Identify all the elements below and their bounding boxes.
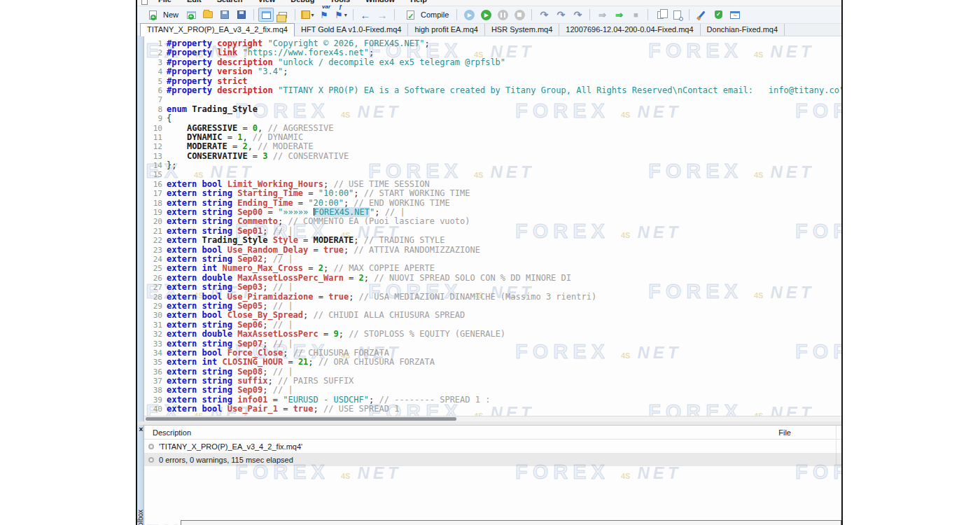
menu-item-search[interactable]: Search bbox=[217, 0, 243, 4]
code-line-33: 33extern string Sep07; // | bbox=[144, 340, 841, 349]
code-line-32: 32extern double MaxAssetLossPerc = 9; //… bbox=[144, 330, 841, 339]
save-icon[interactable] bbox=[217, 8, 232, 22]
horizontal-scrollbar[interactable] bbox=[144, 416, 841, 421]
navigate-back-icon[interactable]: ← bbox=[358, 8, 373, 22]
code-line-35: 35extern int CLOSING_HOUR = 21; // ORA C… bbox=[144, 358, 841, 367]
file-tab-5[interactable]: Donchian-Fixed.mq4 bbox=[701, 24, 785, 36]
insert-var-flag-icon[interactable]: var⚑ bbox=[316, 8, 332, 22]
line-number: 35 bbox=[144, 358, 167, 367]
line-number: 6 bbox=[144, 86, 167, 95]
line-number: 21 bbox=[144, 227, 167, 236]
code-line-8: 8enum Trading_Style bbox=[144, 105, 841, 114]
file-column-header[interactable]: File bbox=[778, 428, 791, 437]
snippets-book-icon[interactable]: ▾ bbox=[300, 8, 315, 22]
compile-button[interactable]: ✓ Compile bbox=[399, 6, 452, 23]
toolbar-separator bbox=[589, 9, 590, 20]
code-line-3: 3#property description "unlock / decompi… bbox=[144, 58, 841, 67]
start-profiling-icon[interactable]: ▶ bbox=[461, 8, 477, 22]
start-debug-icon[interactable]: ▶ bbox=[478, 8, 493, 22]
styler-brush-icon[interactable] bbox=[694, 8, 709, 22]
new-project-icon[interactable]: + bbox=[183, 8, 199, 22]
toolbar-separator bbox=[648, 9, 648, 20]
line-number: 28 bbox=[144, 293, 167, 302]
toolbar-separator bbox=[456, 9, 457, 20]
description-column-header[interactable]: Description bbox=[153, 428, 191, 437]
code-line-22: 22extern Trading_Style Style = MODERATE;… bbox=[144, 236, 841, 245]
menu-item-help[interactable]: Help bbox=[410, 0, 427, 4]
toolbar-separator bbox=[253, 9, 254, 20]
line-number: 9 bbox=[144, 114, 167, 123]
line-number: 26 bbox=[144, 274, 167, 283]
line-number: 34 bbox=[144, 349, 167, 358]
step-into-icon[interactable]: ↷ bbox=[536, 8, 552, 22]
code-line-13: 13 CONSERVATIVE = 3 // CONSERVATIVE bbox=[144, 152, 841, 161]
open-folder-icon[interactable] bbox=[200, 8, 216, 22]
code-line-5: 5#property strict bbox=[144, 77, 841, 86]
code-line-31: 31extern string Sep06; // | bbox=[144, 321, 841, 330]
line-number: 24 bbox=[144, 255, 167, 264]
step-out-icon[interactable]: ↷ bbox=[570, 8, 585, 22]
line-number: 37 bbox=[144, 377, 167, 386]
code-line-2: 2#property link "https://www.forex4s.net… bbox=[144, 48, 841, 57]
code-line-30: 30extern bool Close_By_Spread; // CHIUDI… bbox=[144, 311, 841, 320]
output-row-0[interactable]: 'TITANY_X_PRO(P)_EA_v3_4_2_fix.mq4' bbox=[144, 440, 841, 453]
new-button[interactable]: + New bbox=[141, 6, 182, 23]
line-number: 12 bbox=[144, 142, 167, 151]
continue-icon[interactable]: ⇒ bbox=[594, 8, 610, 22]
cascade-windows-icon[interactable] bbox=[275, 8, 290, 22]
line-number: 7 bbox=[144, 95, 167, 104]
output-row-1[interactable]: 0 errors, 0 warnings, 115 msec elapsed bbox=[144, 453, 841, 466]
storage-shield-icon[interactable]: ✓ bbox=[710, 8, 726, 22]
toolbar-separator bbox=[353, 9, 354, 20]
menu-item-file[interactable]: File bbox=[158, 0, 172, 4]
navigate-forward-icon[interactable]: → bbox=[374, 8, 390, 22]
code-editor[interactable]: 1#property copyright "Copyright © 2026, … bbox=[144, 36, 841, 416]
window-layout-icon[interactable] bbox=[258, 8, 274, 22]
code-line-18: 18extern string Ending_Time = "20:00"; /… bbox=[144, 199, 841, 208]
panel-splitter[interactable] bbox=[137, 421, 841, 425]
line-number: 25 bbox=[144, 264, 167, 273]
code-line-11: 11 DYNAMIC = 1, // DYNAMIC bbox=[144, 133, 841, 142]
menu-item-edit[interactable]: Edit bbox=[187, 0, 202, 4]
output-row-text: 'TITANY_X_PRO(P)_EA_v3_4_2_fix.mq4' bbox=[159, 442, 302, 451]
menu-item-window[interactable]: Window bbox=[365, 0, 395, 4]
file-tab-3[interactable]: HSR System.mq4 bbox=[485, 24, 559, 36]
halt-icon[interactable]: ■ bbox=[628, 8, 643, 22]
search-in-files-icon[interactable] bbox=[669, 8, 685, 22]
toolbox-strip[interactable]: Toolbox bbox=[137, 36, 144, 525]
code-line-37: 37extern string suffix; // PAIRS SUFFIX bbox=[144, 377, 841, 386]
line-number: 14 bbox=[144, 161, 167, 170]
file-tab-bar: TITANY_X_PRO(P)_EA_v3_4_2_fix.mq4HFT Gol… bbox=[137, 24, 841, 36]
menu-item-view[interactable]: View bbox=[258, 0, 275, 4]
line-number: 2 bbox=[144, 48, 167, 57]
code-line-1: 1#property copyright "Copyright © 2026, … bbox=[144, 39, 841, 48]
stop-debug-icon[interactable] bbox=[512, 8, 527, 22]
line-number: 13 bbox=[144, 152, 167, 161]
menu-item-debug[interactable]: Debug bbox=[290, 0, 314, 4]
code-line-6: 6#property description "TITANY X PRO(P) … bbox=[144, 86, 841, 95]
line-number: 32 bbox=[144, 330, 167, 339]
horizontal-scrollbar-thumb[interactable] bbox=[146, 417, 456, 421]
insert-function-flag-icon[interactable]: ƒ⚑▾ bbox=[333, 8, 349, 22]
output-panel: Description File 'TITANY_X_PRO(P)_EA_v3_… bbox=[144, 425, 841, 520]
step-over-icon[interactable]: ↷ bbox=[553, 8, 568, 22]
file-tab-4[interactable]: 12007696-12.04-200-0.04-Fixed.mq4 bbox=[559, 24, 700, 36]
code-line-26: 26extern double MaxAssetLossPerc_Warn = … bbox=[144, 274, 841, 283]
file-tab-2[interactable]: high profit EA.mq4 bbox=[408, 24, 485, 36]
file-tab-1[interactable]: HFT Gold EA v1.0-Fixed.mq4 bbox=[295, 24, 408, 36]
open-terminal-icon[interactable]: ~ bbox=[727, 8, 743, 22]
code-line-38: 38extern string Sep09; // | bbox=[144, 386, 841, 395]
output-panel-close-icon[interactable]: × bbox=[138, 426, 144, 433]
line-number: 19 bbox=[144, 208, 167, 217]
copy-icon[interactable] bbox=[652, 8, 668, 22]
pause-debug-icon[interactable] bbox=[495, 8, 510, 22]
code-line-24: 24extern string Sep02; // | bbox=[144, 255, 841, 264]
menu-bar: FileEditSearchViewDebugToolsWindowHelp bbox=[137, 0, 841, 6]
code-line-39: 39extern string info01 = "EURUSD - USDCH… bbox=[144, 396, 841, 405]
desktop: FOREX4SNETFOREX4SNETFOREX4SNETFOREX4SNET… bbox=[0, 0, 980, 525]
file-tab-0[interactable]: TITANY_X_PRO(P)_EA_v3_4_2_fix.mq4 bbox=[140, 23, 295, 36]
line-number: 17 bbox=[144, 189, 167, 198]
save-all-icon[interactable] bbox=[234, 8, 249, 22]
toolbar-separator bbox=[295, 9, 295, 20]
run-icon[interactable]: ⇒ bbox=[611, 8, 626, 22]
